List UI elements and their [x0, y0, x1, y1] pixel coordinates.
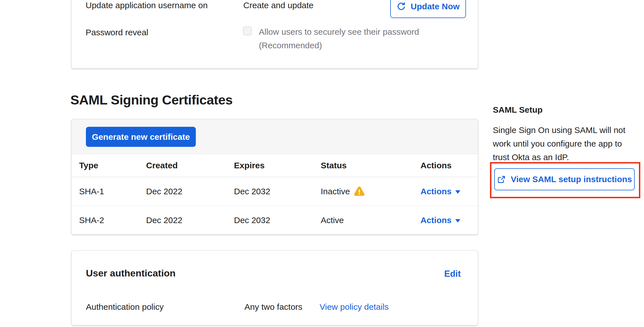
actions-dropdown[interactable]: Actions [420, 187, 460, 196]
authentication-policy-label: Authentication policy [86, 302, 164, 312]
username-update-label: Update application username on [86, 1, 208, 10]
table-row: SHA-1 Dec 2022 Dec 2032 Inactive Actions [71, 177, 478, 206]
cert-created: Dec 2022 [146, 215, 182, 225]
column-header-expires: Expires [234, 161, 264, 170]
status-badge: Active [321, 215, 344, 225]
column-header-created: Created [146, 161, 178, 170]
actions-dropdown-label: Actions [420, 187, 452, 196]
description-line: Single Sign On using SAML will not [493, 123, 625, 137]
update-now-label: Update Now [411, 2, 459, 11]
password-reveal-checkbox[interactable] [243, 27, 252, 35]
refresh-icon [396, 2, 406, 11]
view-policy-details-link[interactable]: View policy details [320, 302, 389, 312]
external-link-icon [497, 175, 506, 184]
caret-down-icon [455, 219, 460, 223]
description-line: work until you configure the app to [493, 137, 625, 151]
actions-dropdown[interactable]: Actions [420, 215, 460, 225]
table-row: SHA-2 Dec 2022 Dec 2032 Active Actions [71, 206, 478, 235]
status-badge: Inactive [321, 187, 350, 196]
caret-down-icon [455, 190, 460, 194]
username-update-value: Create and update [243, 1, 314, 10]
cert-type: SHA-1 [79, 187, 104, 196]
app-settings-panel: Update application username on Create an… [71, 0, 478, 69]
password-reveal-checkbox-sublabel: (Recommended) [259, 41, 322, 50]
cert-expires: Dec 2032 [234, 187, 270, 196]
column-header-actions: Actions [420, 161, 452, 170]
view-saml-instructions-button[interactable]: View SAML setup instructions [494, 168, 635, 190]
saml-certificates-panel: Generate new certificate Type Created Ex… [71, 119, 478, 235]
generate-certificate-button[interactable]: Generate new certificate [86, 127, 196, 147]
column-header-status: Status [321, 161, 347, 170]
saml-setup-heading: SAML Setup [493, 105, 543, 115]
cert-type: SHA-2 [79, 215, 104, 225]
page-title: SAML Signing Certificates [70, 92, 233, 108]
saml-setup-description: Single Sign On using SAML will not work … [493, 123, 625, 164]
view-saml-instructions-label: View SAML setup instructions [511, 175, 632, 184]
user-authentication-heading: User authentication [86, 268, 175, 279]
cert-status-cell: Active [321, 215, 344, 225]
user-authentication-panel: User authentication Edit Authentication … [71, 250, 478, 325]
cert-created: Dec 2022 [146, 187, 182, 196]
authentication-policy-value: Any two factors [244, 302, 302, 312]
password-reveal-checkbox-label: Allow users to securely see their passwo… [259, 27, 419, 37]
warning-icon [354, 187, 365, 196]
cert-status-cell: Inactive [321, 187, 365, 196]
edit-link[interactable]: Edit [444, 269, 461, 279]
cert-expires: Dec 2032 [234, 215, 270, 225]
certificates-toolbar: Generate new certificate [71, 119, 478, 154]
column-header-type: Type [79, 161, 98, 170]
update-now-button[interactable]: Update Now [390, 0, 466, 18]
certificates-table-header: Type Created Expires Status Actions [71, 154, 478, 177]
password-reveal-label: Password reveal [86, 28, 148, 37]
actions-dropdown-label: Actions [420, 215, 452, 225]
